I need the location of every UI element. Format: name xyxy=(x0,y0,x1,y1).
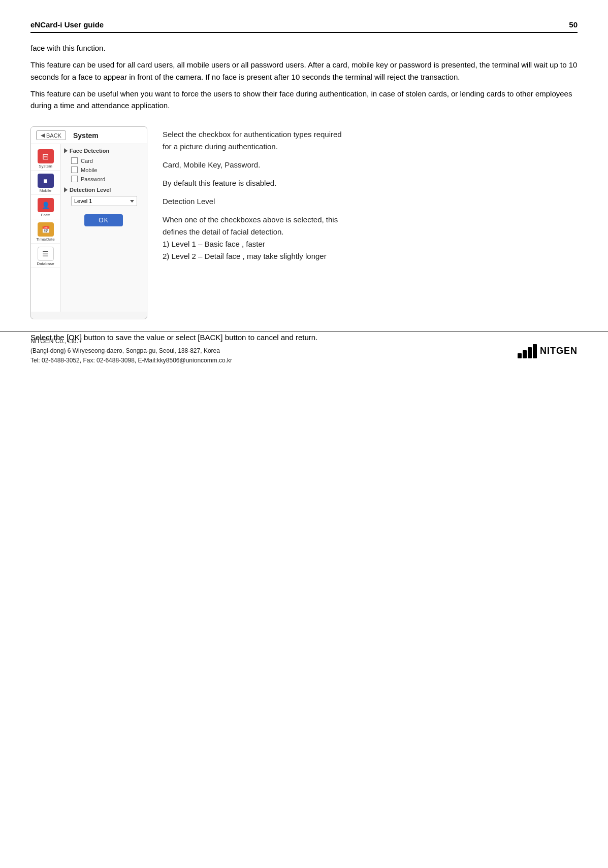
footer-logo: NITGEN xyxy=(518,344,578,358)
device-sidebar: ⊟ System ■ Mobile 👤 Face 📅 Time/Date xyxy=(31,144,60,312)
header-page-number: 50 xyxy=(569,20,578,29)
system-icon: ⊟ xyxy=(38,149,54,163)
footer-line2: (Bangi-dong) 6 Wiryeseong-daero, Songpa-… xyxy=(30,346,232,356)
bar1 xyxy=(518,353,522,358)
face-icon: 👤 xyxy=(38,198,54,212)
sidebar-item-face[interactable]: 👤 Face xyxy=(31,195,60,219)
sidebar-item-system[interactable]: ⊟ System xyxy=(31,146,60,171)
footer-company-info: NITGEN Co., Ltd. / (Bangi-dong) 6 Wiryes… xyxy=(30,337,232,366)
sidebar-label-face: Face xyxy=(41,213,50,217)
device-body: ⊟ System ■ Mobile 👤 Face 📅 Time/Date xyxy=(31,144,147,312)
checkbox-mobile[interactable] xyxy=(71,166,78,173)
bar2 xyxy=(523,350,527,358)
desc-disabled-default: By default this feature is disabled. xyxy=(163,177,578,189)
back-label: BACK xyxy=(46,132,61,139)
checkbox-card[interactable] xyxy=(71,157,78,164)
sidebar-label-system: System xyxy=(39,164,52,169)
detection-level-header: Detection Level xyxy=(64,187,143,193)
device-mockup: ◀ BACK System ⊟ System ■ Mobile xyxy=(30,126,147,319)
bar4 xyxy=(533,344,537,358)
level-select[interactable]: Level 1 xyxy=(71,196,137,206)
footer-line1: NITGEN Co., Ltd. / xyxy=(30,337,232,346)
checkbox-card-label: Card xyxy=(81,158,93,164)
checkbox-password-label: Password xyxy=(81,176,105,182)
device-topbar: ◀ BACK System xyxy=(31,127,147,144)
body-paragraph2: This feature can be used for all card us… xyxy=(30,59,578,83)
sidebar-item-database[interactable]: ☰ Database xyxy=(31,244,60,268)
body-paragraph1: face with this function. xyxy=(30,42,578,54)
face-detection-header: Face Detection xyxy=(64,148,143,154)
nitgen-logo-text: NITGEN xyxy=(540,346,578,356)
checkbox-password[interactable] xyxy=(71,176,78,182)
sidebar-item-timedate[interactable]: 📅 Time/Date xyxy=(31,219,60,244)
checkbox-password-row[interactable]: Password xyxy=(71,176,143,182)
detection-level-arrow xyxy=(64,187,68,192)
checkbox-card-row[interactable]: Card xyxy=(71,157,143,164)
back-button[interactable]: ◀ BACK xyxy=(36,130,66,140)
content-section: ◀ BACK System ⊟ System ■ Mobile xyxy=(30,126,578,319)
device-main-area: Face Detection Card Mobile Password xyxy=(60,144,147,312)
mobile-icon: ■ xyxy=(38,174,54,188)
select-dropdown-arrow xyxy=(130,200,134,203)
footer-line3: Tel: 02-6488-3052, Fax: 02-6488-3098, E-… xyxy=(30,356,232,365)
sidebar-label-timedate: Time/Date xyxy=(36,237,55,242)
detection-level-label: Detection Level xyxy=(70,187,111,193)
nitgen-bars-icon xyxy=(518,344,537,358)
page-footer: NITGEN Co., Ltd. / (Bangi-dong) 6 Wiryes… xyxy=(0,331,608,371)
desc-card-mobile-password: Card, Mobile Key, Password. xyxy=(163,159,578,171)
sidebar-item-mobile[interactable]: ■ Mobile xyxy=(31,171,60,195)
header-title: eNCard-i User guide xyxy=(30,20,104,29)
level-select-value: Level 1 xyxy=(74,198,92,204)
sidebar-label-mobile: Mobile xyxy=(40,188,52,193)
page-header: eNCard-i User guide 50 xyxy=(30,20,578,33)
checkbox-mobile-row[interactable]: Mobile xyxy=(71,166,143,173)
ok-button-row: OK xyxy=(64,214,143,226)
desc-line1: Select the checkbox for authentication t… xyxy=(163,128,578,153)
body-paragraph3: This feature can be useful when you want… xyxy=(30,88,578,112)
face-detection-arrow xyxy=(64,148,68,153)
sidebar-label-database: Database xyxy=(37,261,54,266)
face-detection-label: Face Detection xyxy=(70,148,109,154)
database-icon: ☰ xyxy=(38,247,54,261)
bar3 xyxy=(528,347,532,358)
desc-detection-level-heading: Detection Level xyxy=(163,195,578,208)
ok-button[interactable]: OK xyxy=(84,214,122,226)
description-panel: Select the checkbox for authentication t… xyxy=(163,126,578,269)
device-system-title: System xyxy=(73,131,99,140)
back-arrow-icon: ◀ xyxy=(41,132,45,139)
checkbox-mobile-label: Mobile xyxy=(81,167,97,173)
desc-detection-level-body: When one of the checkboxes above is sele… xyxy=(163,214,578,262)
timedate-icon: 📅 xyxy=(38,222,54,237)
